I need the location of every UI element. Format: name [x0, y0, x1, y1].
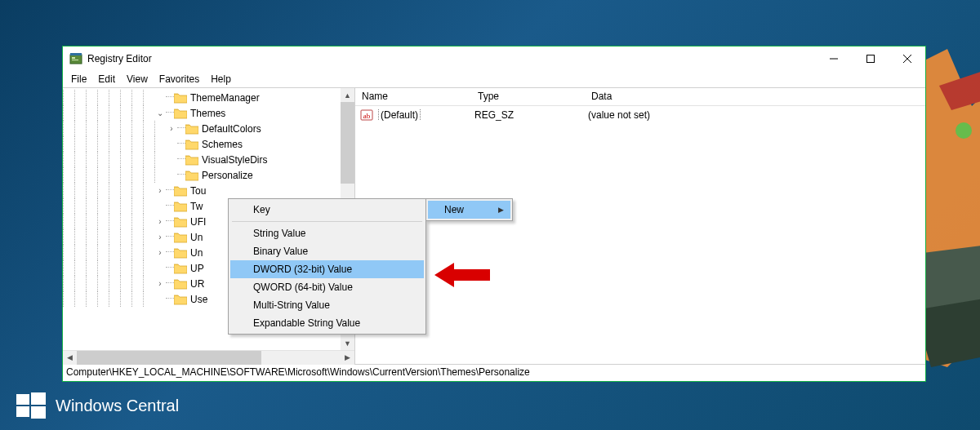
tree-item-thememanager[interactable]: ThemeManager — [63, 90, 354, 105]
context-menu-parent: New▶ — [425, 198, 513, 221]
svg-rect-14 — [16, 406, 29, 417]
submenu-arrow-icon: ▶ — [498, 206, 504, 214]
context-item-label: Binary Value — [253, 246, 308, 257]
folder-icon — [174, 232, 187, 243]
svg-rect-2 — [70, 53, 82, 55]
folder-icon — [185, 170, 198, 181]
tree-expander-icon[interactable]: › — [166, 124, 177, 133]
menu-file[interactable]: File — [66, 72, 91, 86]
context-item-label: QWORD (64-bit) Value — [253, 281, 353, 293]
folder-icon — [174, 247, 187, 259]
folder-icon — [174, 216, 187, 228]
svg-rect-12 — [16, 394, 29, 405]
tree-item-label: ThemeManager — [190, 92, 263, 104]
folder-icon — [174, 278, 187, 290]
column-type[interactable]: Type — [471, 88, 585, 105]
context-item-label: DWORD (32-bit) Value — [253, 264, 352, 275]
tree-item-label: UFI — [190, 216, 209, 228]
windows-logo-icon — [16, 391, 46, 420]
value-list-panel: Name Type Data ab (Default) REG_SZ (valu… — [355, 88, 925, 364]
svg-rect-1 — [70, 55, 82, 64]
value-row-default[interactable]: ab (Default) REG_SZ (value not set) — [357, 108, 924, 122]
value-data: (value not set) — [586, 109, 924, 121]
tree-expander-icon[interactable]: › — [154, 217, 166, 226]
menu-help[interactable]: Help — [206, 72, 236, 86]
scroll-down-icon[interactable]: ▼ — [341, 336, 354, 350]
folder-icon — [174, 185, 187, 197]
tree-expander-icon[interactable]: › — [154, 186, 166, 195]
tree-item-label: UR — [190, 278, 207, 290]
context-item-key[interactable]: Key — [230, 201, 424, 219]
context-item-dword-32-bit-value[interactable]: DWORD (32-bit) Value — [230, 260, 424, 278]
minimize-button[interactable] — [815, 47, 852, 71]
titlebar[interactable]: Registry Editor — [63, 47, 925, 71]
tree-item-label: Use — [190, 294, 211, 305]
context-item-label: Key — [253, 204, 270, 215]
regedit-icon — [69, 52, 82, 65]
tree-item-label: Un — [190, 232, 206, 243]
scroll-left-icon[interactable]: ◀ — [63, 351, 77, 365]
tree-item-label: Tw — [190, 201, 206, 212]
folder-icon — [174, 201, 187, 212]
folder-icon — [174, 294, 187, 305]
svg-rect-6 — [866, 55, 874, 63]
context-submenu-new: KeyString ValueBinary ValueDWORD (32-bit… — [228, 198, 426, 335]
tree-item-schemes[interactable]: Schemes — [63, 136, 354, 152]
tree-item-personalize[interactable]: Personalize — [63, 167, 354, 183]
context-item-label: String Value — [253, 228, 305, 239]
tree-item-defaultcolors[interactable]: ›DefaultColors — [63, 121, 354, 136]
context-item-expandable-string-value[interactable]: Expandable String Value — [230, 314, 424, 332]
context-item-new[interactable]: New▶ — [428, 201, 510, 219]
tree-item-label: Personalize — [202, 170, 256, 181]
folder-icon — [185, 139, 198, 150]
svg-rect-4 — [72, 60, 78, 60]
scroll-up-icon[interactable]: ▲ — [341, 88, 354, 102]
svg-rect-13 — [31, 392, 46, 405]
context-item-multi-string-value[interactable]: Multi-String Value — [230, 296, 424, 314]
tree-item-visualstyledirs[interactable]: VisualStyleDirs — [63, 152, 354, 167]
context-item-label: New — [444, 204, 464, 215]
tree-item-label: Schemes — [202, 139, 246, 150]
context-separator — [232, 221, 422, 222]
tree-expander-icon[interactable]: › — [154, 279, 166, 288]
context-item-binary-value[interactable]: Binary Value — [230, 242, 424, 260]
tree-expander-icon[interactable]: › — [154, 248, 166, 257]
tree-expander-icon[interactable]: › — [154, 233, 166, 242]
tree-expander-icon[interactable]: ⌄ — [154, 109, 166, 117]
menubar: File Edit View Favorites Help — [63, 71, 925, 87]
menu-favorites[interactable]: Favorites — [154, 72, 204, 86]
menu-view[interactable]: View — [122, 72, 153, 86]
column-name[interactable]: Name — [355, 88, 471, 105]
column-data[interactable]: Data — [585, 88, 925, 105]
tree-item-label: Tou — [190, 185, 209, 197]
watermark-text: Windows Central — [56, 397, 179, 415]
value-type: REG_SZ — [473, 109, 586, 121]
svg-point-0 — [956, 122, 972, 139]
scroll-thumb[interactable] — [341, 102, 354, 184]
close-button[interactable] — [889, 47, 925, 71]
value-name: (Default) — [378, 109, 421, 121]
window-title: Registry Editor — [87, 53, 815, 64]
maximize-button[interactable] — [852, 47, 889, 71]
context-item-qword-64-bit-value[interactable]: QWORD (64-bit) Value — [230, 278, 424, 296]
tree-item-label: Themes — [190, 108, 229, 119]
tree-horizontal-scrollbar[interactable]: ◀ ▶ — [63, 350, 354, 364]
status-path-bar: Computer\HKEY_LOCAL_MACHINE\SOFTWARE\Mic… — [63, 365, 925, 381]
string-value-icon: ab — [360, 109, 373, 122]
context-item-label: Multi-String Value — [253, 299, 330, 311]
scroll-right-icon[interactable]: ▶ — [341, 351, 354, 365]
folder-icon — [174, 108, 187, 119]
context-item-string-value[interactable]: String Value — [230, 224, 424, 242]
scroll-thumb[interactable] — [77, 351, 261, 365]
tree-item-tou[interactable]: ›Tou — [63, 183, 354, 198]
folder-icon — [185, 123, 198, 135]
menu-edit[interactable]: Edit — [93, 72, 120, 86]
tree-item-label: DefaultColors — [202, 123, 265, 135]
folder-icon — [174, 263, 187, 274]
context-item-label: Expandable String Value — [253, 317, 360, 329]
tree-item-themes[interactable]: ⌄Themes — [63, 105, 354, 121]
watermark: Windows Central — [16, 391, 179, 420]
svg-rect-15 — [31, 406, 46, 419]
list-header: Name Type Data — [355, 88, 925, 106]
tree-item-label: UP — [190, 263, 207, 274]
